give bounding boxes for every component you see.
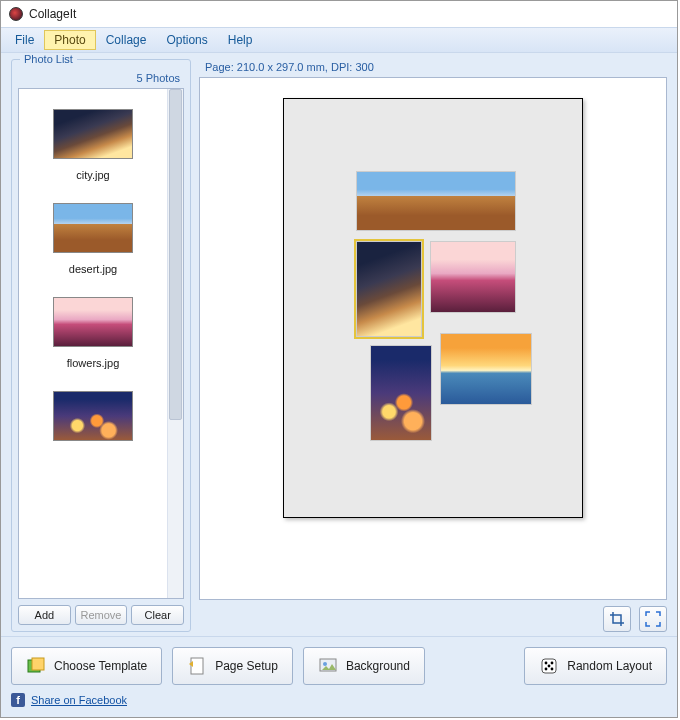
- add-button[interactable]: Add: [18, 605, 71, 625]
- photo-list-scroll[interactable]: city.jpgdesert.jpgflowers.jpg: [19, 89, 167, 598]
- bottom-bar: Choose Template Page Setup Background: [1, 636, 677, 717]
- crop-button[interactable]: [603, 606, 631, 632]
- background-label: Background: [346, 659, 410, 673]
- fit-screen-icon: [645, 611, 661, 627]
- collage-page[interactable]: [283, 98, 583, 518]
- collage-image[interactable]: [370, 345, 432, 441]
- photo-thumb-label: city.jpg: [76, 169, 109, 181]
- spacer: [435, 647, 514, 685]
- choose-template-label: Choose Template: [54, 659, 147, 673]
- page-setup-label: Page Setup: [215, 659, 278, 673]
- menu-collage[interactable]: Collage: [96, 30, 157, 50]
- fit-screen-button[interactable]: [639, 606, 667, 632]
- canvas-tool-row: [199, 600, 667, 632]
- main-row: Photo List 5 Photos city.jpgdesert.jpgfl…: [1, 53, 677, 636]
- photo-list-panel: Photo List 5 Photos city.jpgdesert.jpgfl…: [11, 59, 191, 632]
- clear-button[interactable]: Clear: [131, 605, 184, 625]
- page-info: Page: 210.0 x 297.0 mm, DPI: 300: [199, 59, 667, 77]
- photo-thumb[interactable]: [53, 391, 133, 441]
- background-icon: [318, 656, 338, 676]
- canvas-wrap: [199, 77, 667, 600]
- app-logo-icon: [9, 7, 23, 21]
- app-title: CollageIt: [29, 7, 76, 21]
- photo-thumb[interactable]: [53, 203, 133, 253]
- svg-point-6: [545, 662, 548, 665]
- photo-list-label: Photo List: [20, 53, 77, 65]
- menubar: FilePhotoCollageOptionsHelp: [1, 27, 677, 53]
- scrollbar-thumb[interactable]: [169, 89, 182, 420]
- collage-image[interactable]: [430, 241, 516, 313]
- page-setup-icon: [187, 656, 207, 676]
- collage-image[interactable]: [440, 333, 532, 405]
- svg-point-7: [551, 662, 554, 665]
- facebook-icon: f: [11, 693, 25, 707]
- svg-point-8: [548, 665, 551, 668]
- app-window: CollageIt FilePhotoCollageOptionsHelp Ph…: [0, 0, 678, 718]
- menu-help[interactable]: Help: [218, 30, 263, 50]
- menu-file[interactable]: File: [5, 30, 44, 50]
- template-icon: [26, 656, 46, 676]
- photo-thumb[interactable]: [53, 109, 133, 159]
- svg-point-9: [545, 668, 548, 671]
- background-button[interactable]: Background: [303, 647, 425, 685]
- svg-rect-1: [32, 658, 44, 670]
- collage-image[interactable]: [356, 241, 422, 337]
- titlebar: CollageIt: [1, 1, 677, 27]
- scrollbar[interactable]: [167, 89, 183, 598]
- remove-button[interactable]: Remove: [75, 605, 128, 625]
- menu-photo[interactable]: Photo: [44, 30, 95, 50]
- share-row: f Share on Facebook: [11, 693, 667, 707]
- svg-point-4: [323, 662, 327, 666]
- random-layout-button[interactable]: Random Layout: [524, 647, 667, 685]
- photo-list-box: city.jpgdesert.jpgflowers.jpg: [18, 88, 184, 599]
- photo-thumb[interactable]: [53, 297, 133, 347]
- dice-icon: [539, 656, 559, 676]
- client-area: Photo List 5 Photos city.jpgdesert.jpgfl…: [1, 53, 677, 717]
- page-setup-button[interactable]: Page Setup: [172, 647, 293, 685]
- random-layout-label: Random Layout: [567, 659, 652, 673]
- photo-count: 5 Photos: [18, 70, 184, 88]
- photo-list-buttons: Add Remove Clear: [18, 605, 184, 625]
- svg-point-10: [551, 668, 554, 671]
- photo-thumb-label: desert.jpg: [69, 263, 117, 275]
- big-button-row: Choose Template Page Setup Background: [11, 647, 667, 685]
- canvas-column: Page: 210.0 x 297.0 mm, DPI: 300: [199, 59, 667, 632]
- crop-icon: [609, 611, 625, 627]
- collage-image[interactable]: [356, 171, 516, 231]
- menu-options[interactable]: Options: [156, 30, 217, 50]
- choose-template-button[interactable]: Choose Template: [11, 647, 162, 685]
- photo-thumb-label: flowers.jpg: [67, 357, 120, 369]
- share-facebook-link[interactable]: Share on Facebook: [31, 694, 127, 706]
